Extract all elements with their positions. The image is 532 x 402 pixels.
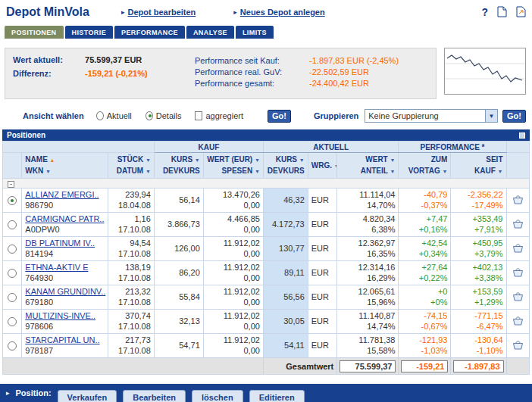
position-name-link[interactable]: DB PLATINUM IV..	[25, 238, 95, 248]
position-name-link[interactable]: MULTIZINS-INVE..	[25, 311, 95, 320]
position-stueck: 138,19	[108, 261, 154, 273]
sort-desc-icon[interactable]: ▼	[45, 169, 51, 174]
sort-desc-icon[interactable]: ▼	[390, 169, 396, 174]
print-icon[interactable]	[497, 6, 507, 19]
col-header-wrg[interactable]: WRG.	[311, 161, 332, 170]
tab-performance[interactable]: PERFORMANCE	[114, 26, 185, 39]
position-name-link[interactable]: ETHNA-AKTIV E	[25, 263, 88, 272]
table-row: KANAM GRUNDINV..679180 213,3217.10.08 55…	[3, 285, 530, 310]
sort-desc-icon[interactable]: ▼	[195, 157, 200, 163]
position-name-link[interactable]: CARMIGNAC PATR..	[25, 214, 104, 223]
group-header-aktuell: AKTUELL	[263, 142, 399, 153]
col-header-wkn[interactable]: WKN	[25, 167, 43, 175]
col-header-vortag[interactable]: VORTAG	[408, 167, 440, 175]
col-header-name[interactable]: NAME	[25, 155, 47, 164]
position-radio[interactable]	[8, 220, 17, 229]
sort-desc-icon[interactable]: ▼	[255, 169, 260, 174]
summary-section: Wert aktuell: 75.599,37 EUR Differenz: -…	[5, 48, 527, 99]
editieren-button[interactable]: Editieren	[249, 390, 305, 402]
table-row: ETHNA-AKTIV E764930 138,1917.10.08 86,20…	[3, 261, 530, 285]
col-header-stueck[interactable]: STÜCK	[117, 155, 143, 164]
basket-icon[interactable]	[512, 243, 524, 254]
position-radio[interactable]	[8, 293, 17, 302]
wert-aktuell-value: 75.599,37 EUR	[85, 55, 142, 64]
col-header-wert[interactable]: WERT	[365, 155, 387, 164]
link-neues-depot-anlegen[interactable]: ▸ Neues Depot anlegen	[233, 8, 324, 17]
tab-analyse[interactable]: ANALYSE	[186, 26, 234, 39]
sort-desc-icon[interactable]: ▼	[443, 169, 448, 174]
position-name-link[interactable]: KANAM GRUNDINV..	[25, 287, 105, 296]
position-seit-kauf-prozent: +7,91%	[451, 224, 505, 235]
position-spesen: 0,00	[204, 297, 263, 308]
position-name-link[interactable]: ALLIANZ EMERGI..	[25, 190, 99, 199]
tab-limits[interactable]: LIMITS	[236, 26, 274, 39]
gruppierung-select[interactable]: Keine Gruppierung ▼	[365, 109, 498, 123]
position-radio[interactable]	[8, 341, 17, 351]
basket-icon[interactable]	[512, 219, 524, 230]
radio-details[interactable]	[146, 111, 153, 120]
position-kurs-aktuell: 89,11	[264, 261, 308, 284]
position-radio[interactable]	[8, 196, 17, 205]
sort-desc-icon[interactable]: ▼	[146, 169, 151, 174]
collapse-group-icon[interactable]: -	[8, 181, 14, 188]
position-radio[interactable]	[8, 245, 17, 254]
position-vortag: -74,15	[399, 310, 450, 321]
radio-aktuell[interactable]	[96, 111, 104, 120]
export-icon[interactable]	[516, 6, 526, 19]
tab-historie[interactable]: HISTORIE	[65, 26, 114, 39]
basket-icon[interactable]	[512, 291, 524, 303]
sort-desc-icon[interactable]: ▼	[255, 157, 260, 163]
position-wert-kauf: 11.912,02	[204, 261, 263, 273]
perf-seit-kauf-value: -1.897,83 EUR (-2,45%)	[309, 56, 399, 65]
sort-desc-icon[interactable]: ▼	[390, 157, 396, 163]
link-depot-bearbeiten[interactable]: ▸ Depot bearbeiten	[121, 8, 196, 17]
link-arrow-icon: ▸	[121, 8, 125, 16]
col-header-kurs-aktuell[interactable]: KURS	[276, 155, 297, 164]
position-seit-kauf-prozent: -1,10%	[451, 345, 505, 357]
sort-desc-icon[interactable]: ▼	[146, 157, 151, 163]
position-vortag-prozent: +0,16%	[399, 224, 450, 235]
basket-icon[interactable]	[512, 267, 524, 279]
help-icon[interactable]: ?	[481, 6, 488, 18]
position-anteil: 14,70%	[337, 200, 398, 211]
aggregiert-checkbox[interactable]	[195, 111, 202, 120]
position-anteil: 15,96%	[337, 297, 398, 308]
position-seit-kauf-prozent: +1,29%	[451, 297, 505, 308]
basket-icon[interactable]	[512, 316, 524, 327]
differenz-value: -159,21 (-0,21%)	[85, 69, 148, 78]
col-header-wert-eur[interactable]: WERT (EUR)	[207, 155, 252, 164]
position-radio[interactable]	[8, 317, 17, 326]
col-header-kurs-kauf[interactable]: KURS	[171, 155, 192, 164]
position-vortag: -40,79	[399, 189, 450, 200]
gesamtwert-label: Gesamtwert	[263, 358, 336, 375]
tab-bar: POSITIONEN HISTORIE PERFORMANCE ANALYSE …	[0, 24, 532, 39]
loeschen-button[interactable]: löschen	[192, 390, 243, 402]
bearbeiten-button[interactable]: Bearbeiten	[123, 390, 186, 402]
collapse-panel-icon[interactable]	[519, 132, 525, 139]
basket-icon[interactable]	[512, 195, 524, 206]
tab-positionen[interactable]: POSITIONEN	[5, 26, 64, 39]
col-header-spesen[interactable]: SPESEN	[222, 167, 253, 175]
position-stueck: 217,73	[108, 334, 154, 345]
ansicht-go-button[interactable]: Go!	[268, 110, 291, 123]
position-kurs-aktuell: 46,32	[264, 189, 308, 211]
col-header-anteil[interactable]: ANTEIL	[361, 167, 388, 175]
position-kurs-aktuell: 130,77	[264, 237, 308, 260]
basket-icon[interactable]	[512, 340, 524, 351]
sort-desc-icon[interactable]: ▼	[498, 169, 503, 174]
gruppieren-go-button[interactable]: Go!	[502, 110, 526, 123]
sort-desc-icon[interactable]: ▼	[334, 164, 337, 169]
position-seit-kauf: +353,49	[451, 213, 505, 224]
position-radio[interactable]	[8, 269, 17, 278]
depot-chart-thumbnail[interactable]	[444, 48, 526, 95]
sort-desc-icon[interactable]: ▼	[299, 157, 305, 163]
sort-asc-icon[interactable]: ▲	[50, 157, 55, 163]
position-name-link[interactable]: STARCAPITAL UN..	[25, 335, 99, 344]
verkaufen-button[interactable]: Verkaufen	[58, 390, 117, 402]
position-wkn: A0DPW0	[22, 224, 108, 235]
col-header-datum[interactable]: DATUM	[117, 167, 143, 175]
position-stueck: 1,16	[108, 213, 154, 224]
perf-gesamt-label: Performance gesamt:	[195, 79, 307, 88]
col-header-kauf[interactable]: KAUF	[474, 167, 496, 175]
view-controls: Ansicht wählen Aktuell Details aggregier…	[23, 108, 526, 123]
